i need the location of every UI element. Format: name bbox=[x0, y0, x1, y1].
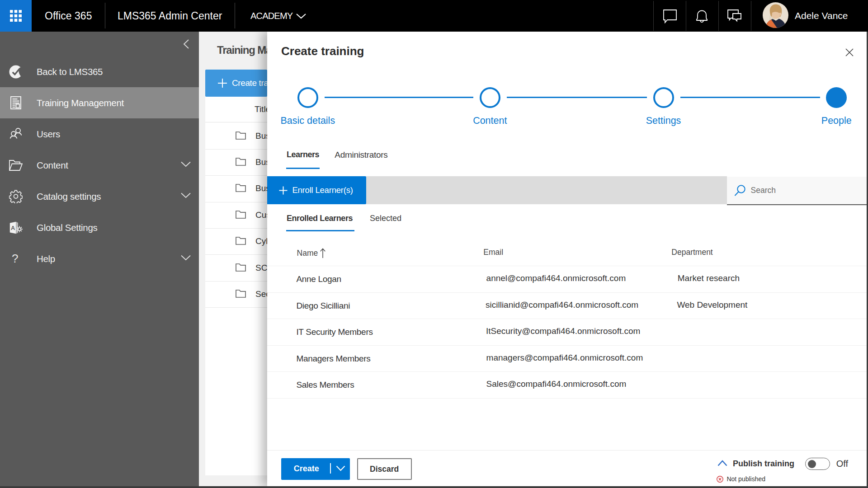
svg-text:A: A bbox=[11, 225, 15, 231]
